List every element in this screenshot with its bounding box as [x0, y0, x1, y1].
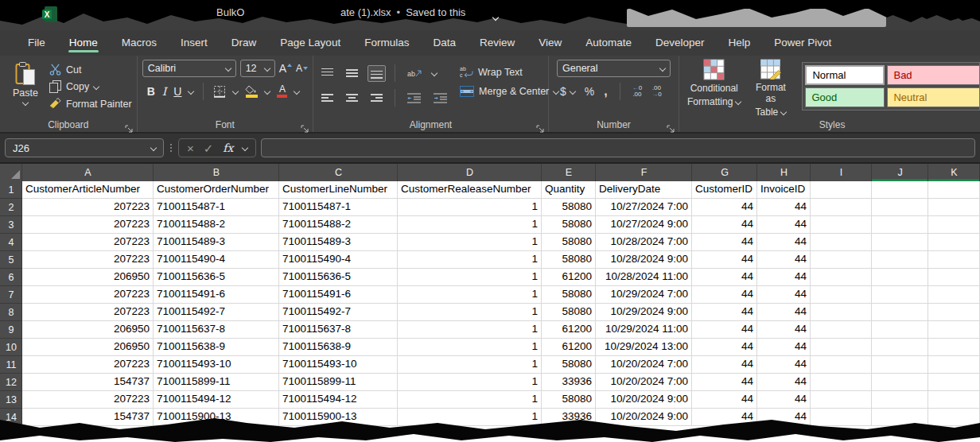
copy-button[interactable]: Copy: [49, 80, 132, 93]
cell-J4[interactable]: [872, 234, 928, 251]
tab-power-pivot[interactable]: Power Pivot: [762, 31, 843, 56]
cell-style-good[interactable]: Good: [805, 87, 885, 107]
number-format-select[interactable]: General: [557, 60, 671, 77]
cell-style-neutral[interactable]: Neutral: [887, 87, 980, 107]
increase-font-size-button[interactable]: A: [279, 62, 292, 75]
cell-K12[interactable]: [928, 374, 980, 391]
increase-decimal-button[interactable]: ←0.00: [632, 85, 642, 98]
cell-E12[interactable]: 33936: [542, 374, 596, 391]
cell-E10[interactable]: 61200: [542, 339, 596, 356]
comma-format-button[interactable]: ,: [604, 84, 607, 99]
merge-center-button[interactable]: Merge & Center: [460, 86, 558, 97]
align-top-button[interactable]: [318, 65, 336, 82]
cell-G7[interactable]: 44: [692, 286, 757, 304]
percent-format-button[interactable]: %: [585, 85, 594, 98]
row-header-10[interactable]: 10: [0, 339, 22, 356]
cell-H3[interactable]: 44: [757, 216, 811, 234]
cell-J12[interactable]: [872, 374, 928, 391]
cell-B3[interactable]: 7100115488-2: [154, 216, 279, 234]
cell-H12[interactable]: 44: [757, 374, 811, 391]
column-header-A[interactable]: A: [22, 164, 154, 181]
currency-format-button[interactable]: $: [560, 85, 566, 98]
cell-I11[interactable]: [811, 356, 872, 374]
cell-A5[interactable]: 207223: [22, 251, 154, 269]
cell-E2[interactable]: 58080: [542, 199, 596, 216]
row-header-4[interactable]: 4: [0, 234, 22, 251]
cell-J7[interactable]: [872, 286, 928, 304]
format-as-table-button[interactable]: Format as Table: [747, 59, 794, 118]
select-all-corner[interactable]: [0, 164, 22, 181]
cell-F9[interactable]: 10/29/2024 11:00: [596, 321, 692, 339]
cell-K3[interactable]: [928, 216, 980, 234]
cell-K10[interactable]: [928, 339, 980, 356]
cell-J2[interactable]: [872, 199, 928, 216]
cell-H6[interactable]: 44: [757, 269, 811, 286]
enter-button[interactable]: ✓: [204, 142, 214, 154]
paste-button[interactable]: Paste: [5, 60, 46, 118]
cell-K9[interactable]: [928, 321, 980, 339]
number-dialog-launcher[interactable]: [667, 122, 675, 130]
cell-F1[interactable]: DeliveryDate: [596, 181, 692, 199]
font-color-chevron-icon[interactable]: [294, 88, 300, 95]
increase-indent-button[interactable]: [430, 90, 450, 107]
cell-A9[interactable]: 206950: [22, 321, 154, 339]
cell-J3[interactable]: [872, 216, 928, 234]
tab-formulas[interactable]: Formulas: [352, 31, 421, 56]
cell-G11[interactable]: 44: [692, 356, 757, 374]
row-header-6[interactable]: 6: [0, 269, 22, 286]
cell-A4[interactable]: 207223: [22, 234, 154, 251]
tab-home[interactable]: Home: [57, 31, 110, 56]
cell-I2[interactable]: [811, 199, 872, 216]
tab-macros[interactable]: Macros: [110, 31, 169, 56]
column-header-I[interactable]: I: [811, 164, 872, 181]
row-header-9[interactable]: 9: [0, 321, 22, 339]
align-left-button[interactable]: [318, 90, 336, 107]
cell-I7[interactable]: [811, 286, 872, 304]
cell-G6[interactable]: 44: [692, 269, 757, 286]
cell-I8[interactable]: [811, 304, 872, 321]
cell-B7[interactable]: 7100115491-6: [154, 286, 279, 304]
cell-A1[interactable]: CustomerArticleNumber: [22, 181, 154, 199]
name-box-chevron-icon[interactable]: [150, 145, 157, 151]
cell-D9[interactable]: 1: [398, 321, 542, 339]
cell-I3[interactable]: [811, 216, 872, 234]
cell-E5[interactable]: 58080: [542, 251, 596, 269]
cell-E6[interactable]: 61200: [542, 269, 596, 286]
cell-J9[interactable]: [872, 321, 928, 339]
cell-K11[interactable]: [928, 356, 980, 374]
cell-A7[interactable]: 207223: [22, 286, 154, 304]
cell-D1[interactable]: CustomerRealeaseNumber: [398, 181, 542, 199]
cell-F5[interactable]: 10/28/2024 9:00: [596, 251, 692, 269]
tab-page-layout[interactable]: Page Layout: [268, 31, 352, 56]
orientation-button[interactable]: ab: [404, 64, 426, 82]
bold-button[interactable]: B: [147, 85, 155, 98]
cell-I5[interactable]: [811, 251, 872, 269]
paste-chevron-icon[interactable]: [22, 99, 29, 106]
cell-C8[interactable]: 7100115492-7: [279, 304, 398, 321]
column-header-B[interactable]: B: [154, 164, 279, 181]
tab-help[interactable]: Help: [717, 31, 763, 56]
formula-bar-grip[interactable]: [169, 144, 173, 152]
format-painter-button[interactable]: Format Painter: [49, 98, 132, 110]
cell-D3[interactable]: 1: [398, 216, 542, 234]
cell-D4[interactable]: 1: [398, 234, 542, 251]
conditional-formatting-button[interactable]: Conditional Formatting: [684, 59, 744, 118]
cell-K4[interactable]: [928, 234, 980, 251]
align-bottom-button[interactable]: [368, 65, 386, 82]
clipboard-dialog-launcher[interactable]: [125, 122, 133, 130]
underline-chevron-icon[interactable]: [188, 88, 194, 95]
cell-I4[interactable]: [811, 234, 872, 251]
decrease-font-size-button[interactable]: A: [296, 63, 308, 74]
cell-C5[interactable]: 7100115490-4: [279, 251, 398, 269]
cell-A11[interactable]: 207223: [22, 356, 154, 374]
cell-K1[interactable]: [928, 181, 980, 199]
cell-B10[interactable]: 7100115638-9: [154, 339, 279, 356]
title-dropdown-chevron-icon[interactable]: [493, 9, 498, 23]
column-header-K[interactable]: K: [928, 164, 980, 181]
cell-F7[interactable]: 10/29/2024 7:00: [596, 286, 692, 304]
tab-view[interactable]: View: [527, 31, 574, 56]
cell-H7[interactable]: 44: [757, 286, 811, 304]
tab-developer[interactable]: Developer: [644, 31, 717, 56]
cell-F3[interactable]: 10/27/2024 9:00: [596, 216, 692, 234]
cell-K7[interactable]: [928, 286, 980, 304]
